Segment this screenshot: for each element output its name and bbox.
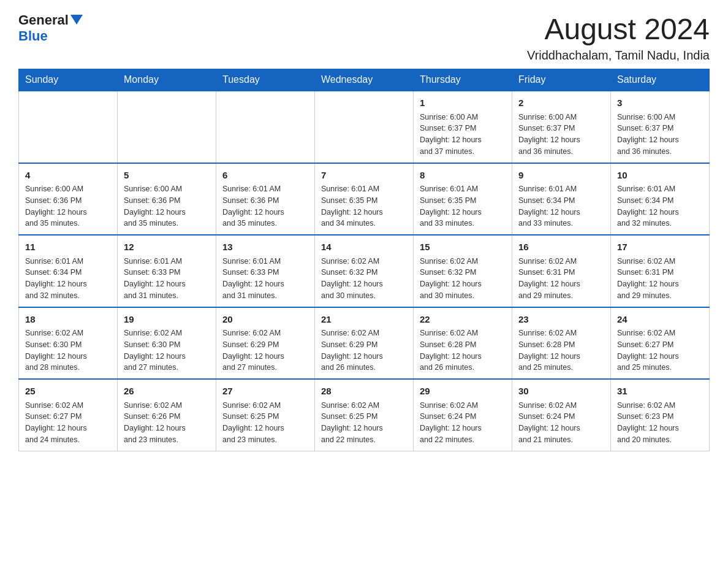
day-cell: 19Sunrise: 6:02 AMSunset: 6:30 PMDayligh… (118, 307, 216, 380)
day-cell: 6Sunrise: 6:01 AMSunset: 6:36 PMDaylight… (216, 163, 315, 236)
day-number: 18 (25, 313, 111, 327)
day-info: Sunrise: 6:02 AMSunset: 6:29 PMDaylight:… (222, 327, 308, 373)
day-info: Sunrise: 6:02 AMSunset: 6:27 PMDaylight:… (25, 400, 111, 446)
day-cell: 12Sunrise: 6:01 AMSunset: 6:33 PMDayligh… (118, 235, 216, 307)
day-number: 20 (222, 313, 308, 327)
col-tuesday: Tuesday (216, 69, 315, 91)
day-info: Sunrise: 6:01 AMSunset: 6:35 PMDaylight:… (420, 183, 506, 229)
day-cell: 2Sunrise: 6:00 AMSunset: 6:37 PMDaylight… (512, 91, 611, 163)
header-row: Sunday Monday Tuesday Wednesday Thursday… (19, 69, 710, 91)
col-saturday: Saturday (611, 69, 710, 91)
day-number: 11 (25, 240, 111, 255)
week-row-4: 18Sunrise: 6:02 AMSunset: 6:30 PMDayligh… (19, 307, 710, 380)
day-cell: 31Sunrise: 6:02 AMSunset: 6:23 PMDayligh… (611, 379, 710, 451)
col-friday: Friday (512, 69, 611, 91)
col-thursday: Thursday (414, 69, 512, 91)
day-info: Sunrise: 6:01 AMSunset: 6:34 PMDaylight:… (617, 183, 703, 229)
day-info: Sunrise: 6:02 AMSunset: 6:25 PMDaylight:… (222, 400, 308, 446)
day-number: 7 (321, 169, 407, 183)
day-number: 5 (124, 169, 210, 183)
day-number: 23 (518, 313, 604, 327)
day-cell: 11Sunrise: 6:01 AMSunset: 6:34 PMDayligh… (19, 235, 118, 307)
day-cell: 10Sunrise: 6:01 AMSunset: 6:34 PMDayligh… (611, 163, 710, 236)
day-info: Sunrise: 6:02 AMSunset: 6:32 PMDaylight:… (420, 256, 506, 302)
day-cell: 29Sunrise: 6:02 AMSunset: 6:24 PMDayligh… (414, 379, 512, 451)
page-header: General Blue August 2024 Vriddhachalam, … (18, 12, 710, 63)
day-cell: 15Sunrise: 6:02 AMSunset: 6:32 PMDayligh… (414, 235, 512, 307)
day-cell: 20Sunrise: 6:02 AMSunset: 6:29 PMDayligh… (216, 307, 315, 380)
day-cell: 27Sunrise: 6:02 AMSunset: 6:25 PMDayligh… (216, 379, 315, 451)
day-info: Sunrise: 6:02 AMSunset: 6:23 PMDaylight:… (617, 400, 703, 446)
day-cell: 21Sunrise: 6:02 AMSunset: 6:29 PMDayligh… (315, 307, 414, 380)
day-number: 12 (124, 240, 210, 255)
day-info: Sunrise: 6:02 AMSunset: 6:28 PMDaylight:… (420, 327, 506, 373)
day-info: Sunrise: 6:00 AMSunset: 6:37 PMDaylight:… (420, 112, 506, 158)
day-number: 8 (420, 169, 506, 183)
day-cell: 7Sunrise: 6:01 AMSunset: 6:35 PMDaylight… (315, 163, 414, 236)
day-number: 27 (222, 385, 308, 399)
day-info: Sunrise: 6:01 AMSunset: 6:35 PMDaylight:… (321, 183, 407, 229)
day-number: 21 (321, 313, 407, 327)
day-cell (19, 91, 118, 163)
logo-triangle-icon (70, 13, 83, 26)
day-cell: 17Sunrise: 6:02 AMSunset: 6:31 PMDayligh… (611, 235, 710, 307)
day-cell: 28Sunrise: 6:02 AMSunset: 6:25 PMDayligh… (315, 379, 414, 451)
day-number: 28 (321, 385, 407, 399)
day-info: Sunrise: 6:02 AMSunset: 6:28 PMDaylight:… (518, 327, 604, 373)
day-info: Sunrise: 6:00 AMSunset: 6:37 PMDaylight:… (518, 112, 604, 158)
day-info: Sunrise: 6:01 AMSunset: 6:34 PMDaylight:… (518, 183, 604, 229)
day-number: 19 (124, 313, 210, 327)
day-cell: 1Sunrise: 6:00 AMSunset: 6:37 PMDaylight… (414, 91, 512, 163)
day-number: 6 (222, 169, 308, 183)
day-number: 22 (420, 313, 506, 327)
svg-marker-0 (70, 15, 83, 25)
day-number: 2 (518, 96, 604, 110)
day-info: Sunrise: 6:02 AMSunset: 6:30 PMDaylight:… (124, 327, 210, 373)
month-title: August 2024 (527, 12, 710, 46)
day-info: Sunrise: 6:02 AMSunset: 6:32 PMDaylight:… (321, 256, 407, 302)
day-info: Sunrise: 6:02 AMSunset: 6:25 PMDaylight:… (321, 400, 407, 446)
day-number: 9 (518, 169, 604, 183)
day-info: Sunrise: 6:00 AMSunset: 6:36 PMDaylight:… (25, 183, 111, 229)
day-number: 15 (420, 240, 506, 255)
week-row-1: 1Sunrise: 6:00 AMSunset: 6:37 PMDaylight… (19, 91, 710, 163)
day-number: 16 (518, 240, 604, 255)
calendar-table: Sunday Monday Tuesday Wednesday Thursday… (18, 69, 710, 451)
day-info: Sunrise: 6:01 AMSunset: 6:33 PMDaylight:… (222, 256, 308, 302)
col-sunday: Sunday (19, 69, 118, 91)
title-area: August 2024 Vriddhachalam, Tamil Nadu, I… (527, 12, 710, 63)
day-cell: 30Sunrise: 6:02 AMSunset: 6:24 PMDayligh… (512, 379, 611, 451)
day-number: 29 (420, 385, 506, 399)
day-info: Sunrise: 6:02 AMSunset: 6:27 PMDaylight:… (617, 327, 703, 373)
day-cell: 16Sunrise: 6:02 AMSunset: 6:31 PMDayligh… (512, 235, 611, 307)
day-cell: 26Sunrise: 6:02 AMSunset: 6:26 PMDayligh… (118, 379, 216, 451)
logo-blue-text: Blue (18, 28, 48, 44)
day-info: Sunrise: 6:01 AMSunset: 6:33 PMDaylight:… (124, 256, 210, 302)
week-row-2: 4Sunrise: 6:00 AMSunset: 6:36 PMDaylight… (19, 163, 710, 236)
day-info: Sunrise: 6:00 AMSunset: 6:37 PMDaylight:… (617, 112, 703, 158)
day-number: 3 (617, 96, 703, 110)
day-info: Sunrise: 6:02 AMSunset: 6:26 PMDaylight:… (124, 400, 210, 446)
day-number: 13 (222, 240, 308, 255)
day-cell: 4Sunrise: 6:00 AMSunset: 6:36 PMDaylight… (19, 163, 118, 236)
day-number: 10 (617, 169, 703, 183)
day-info: Sunrise: 6:02 AMSunset: 6:24 PMDaylight:… (518, 400, 604, 446)
day-cell: 23Sunrise: 6:02 AMSunset: 6:28 PMDayligh… (512, 307, 611, 380)
day-info: Sunrise: 6:00 AMSunset: 6:36 PMDaylight:… (124, 183, 210, 229)
day-info: Sunrise: 6:01 AMSunset: 6:34 PMDaylight:… (25, 256, 111, 302)
day-cell (315, 91, 414, 163)
day-number: 4 (25, 169, 111, 183)
day-cell: 18Sunrise: 6:02 AMSunset: 6:30 PMDayligh… (19, 307, 118, 380)
day-cell: 13Sunrise: 6:01 AMSunset: 6:33 PMDayligh… (216, 235, 315, 307)
col-wednesday: Wednesday (315, 69, 414, 91)
day-number: 1 (420, 96, 506, 110)
day-number: 30 (518, 385, 604, 399)
day-info: Sunrise: 6:02 AMSunset: 6:31 PMDaylight:… (518, 256, 604, 302)
day-cell (118, 91, 216, 163)
day-cell: 9Sunrise: 6:01 AMSunset: 6:34 PMDaylight… (512, 163, 611, 236)
day-number: 14 (321, 240, 407, 255)
col-monday: Monday (118, 69, 216, 91)
day-info: Sunrise: 6:02 AMSunset: 6:31 PMDaylight:… (617, 256, 703, 302)
day-info: Sunrise: 6:02 AMSunset: 6:30 PMDaylight:… (25, 327, 111, 373)
week-row-5: 25Sunrise: 6:02 AMSunset: 6:27 PMDayligh… (19, 379, 710, 451)
